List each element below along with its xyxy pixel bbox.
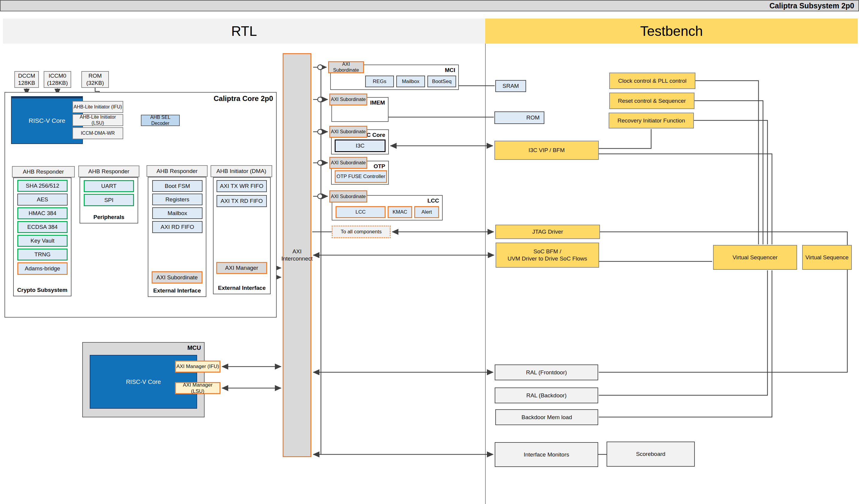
hmac-block: HMAC 384 xyxy=(17,207,67,219)
boot-fsm-block: Boot FSM xyxy=(152,180,202,192)
mcu-label: MCU xyxy=(187,345,201,351)
backdoor-mem-load-block: Backdoor Mem load xyxy=(495,409,598,425)
external-ahb-responder-header: AHB Responder xyxy=(147,165,208,177)
mcu-axi-manager-ifu: AXI Manager (IFU) xyxy=(175,361,221,373)
axi-tx-rd-fifo-block: AXI TX RD FIFO xyxy=(216,195,267,207)
dccm-memory: DCCM 128KB xyxy=(14,71,39,88)
caliptra-core-label: Caliptra Core 2p0 xyxy=(213,94,273,103)
otp-label: OTP xyxy=(374,163,385,170)
rom-block: ROM xyxy=(494,111,544,124)
virtual-sequence-block: Virtual Sequence xyxy=(802,245,852,270)
sha-block: SHA 256/512 xyxy=(17,180,67,192)
i3c-axi-subordinate: AXI Subordinate xyxy=(329,126,367,138)
external-interface-dma-box: External Interface xyxy=(213,177,271,294)
interface-monitors-block: Interface Monitors xyxy=(495,442,598,467)
alert-block: Alert xyxy=(414,206,439,218)
page-title: Caliptra Subsystem 2p0 xyxy=(770,1,854,10)
mci-mailbox-block: Mailbox xyxy=(396,76,425,87)
caliptra-axi-manager: AXI Manager xyxy=(216,262,267,274)
soc-bfm-block: SoC BFM / UVM Driver to Drive SoC Flows xyxy=(496,242,599,268)
rom-memory: ROM (32KB) xyxy=(81,71,109,88)
ahb-initiator-dma-header: AHB Initiator (DMA) xyxy=(211,165,272,177)
reset-control-block: Reset control & Sequencer xyxy=(609,93,694,109)
otp-axi-subordinate: AXI Subordinate xyxy=(329,157,367,169)
spi-block: SPI xyxy=(84,194,134,206)
diagram-canvas: Caliptra Subsystem 2p0 RTL Testbench xyxy=(0,0,859,504)
registers-block: Registers xyxy=(152,193,202,205)
mci-axi-subordinate: AXI Subordinate xyxy=(328,61,364,73)
iccm0-memory: ICCM0 (128KB) xyxy=(44,71,71,88)
peripherals-label: Peripherals xyxy=(80,214,138,220)
crypto-subsystem-label: Crypto Subsystem xyxy=(14,287,71,294)
trng-block: TRNG xyxy=(17,249,67,261)
ahb-lite-initiator-ifu: AHB-Lite Initiator (IFU) xyxy=(72,101,123,113)
recovery-initiator-block: Recovery Initiator Function xyxy=(609,113,694,128)
mcu-axi-manager-lsu: AXI Manager (LSU) xyxy=(175,382,221,394)
axi-rd-fifo-block: AXI RD FIFO xyxy=(152,221,202,233)
iccm-dma-wr: ICCM-DMA-WR xyxy=(72,127,123,139)
scoreboard-block: Scoreboard xyxy=(606,442,695,467)
ahb-sel-decoder: AHB SEL Decoder xyxy=(141,115,180,126)
external-interface-dma-label: External Interface xyxy=(213,285,270,291)
lcc-block: LCC xyxy=(335,206,386,218)
crypto-ahb-responder-header: AHB Responder xyxy=(12,166,75,177)
key-vault-block: Key Vault xyxy=(17,235,67,247)
title-bar: Caliptra Subsystem 2p0 xyxy=(0,0,859,11)
otp-fuse-controller-block: OTP FUSE Controller xyxy=(335,170,387,183)
mci-label: MCI xyxy=(445,67,455,74)
ral-backdoor-block: RAL (Backdoor) xyxy=(495,388,598,403)
aes-block: AES xyxy=(17,193,67,206)
adams-bridge-block: Adams-bridge xyxy=(17,262,67,275)
uart-block: UART xyxy=(84,180,134,192)
jtag-driver-block: JTAG Driver xyxy=(495,225,600,239)
peripherals-ahb-responder-header: AHB Responder xyxy=(78,166,139,177)
mci-regs-block: REGs xyxy=(365,76,394,87)
sram-block: SRAM xyxy=(495,80,526,92)
lcc-label: LCC xyxy=(427,198,439,204)
imem-axi-subordinate: AXI Subordinate xyxy=(329,94,367,106)
lcc-axi-subordinate: AXI Subordinate xyxy=(329,190,367,203)
i3c-block: I3C xyxy=(335,140,386,152)
riscv-core: RISC-V Core xyxy=(11,96,83,144)
mci-bootseq-block: BootSeq xyxy=(427,76,456,87)
imem-label: IMEM xyxy=(370,99,385,106)
virtual-sequencer-block: Virtual Sequencer xyxy=(713,245,797,270)
axi-tx-wr-fifo-block: AXI TX WR FIFO xyxy=(216,180,267,192)
ahb-lite-initiator-lsu: AHB-Lite Initiator (LSU) xyxy=(72,114,123,126)
mailbox-block: Mailbox xyxy=(152,207,202,219)
to-all-components: To all components xyxy=(332,225,391,238)
ecdsa-block: ECDSA 384 xyxy=(17,221,67,233)
caliptra-axi-subordinate: AXI Subordinate xyxy=(152,271,202,284)
clock-control-block: Clock control & PLL control xyxy=(609,73,695,89)
kmac-block: KMAC xyxy=(388,206,412,218)
i3c-vip-bfm-block: I3C VIP / BFM xyxy=(494,141,599,160)
ral-frontdoor-block: RAL (Frontdoor) xyxy=(495,364,598,380)
axi-interconnect: AXI Interconnect xyxy=(283,53,311,457)
external-interface-label: External Interface xyxy=(148,287,206,294)
